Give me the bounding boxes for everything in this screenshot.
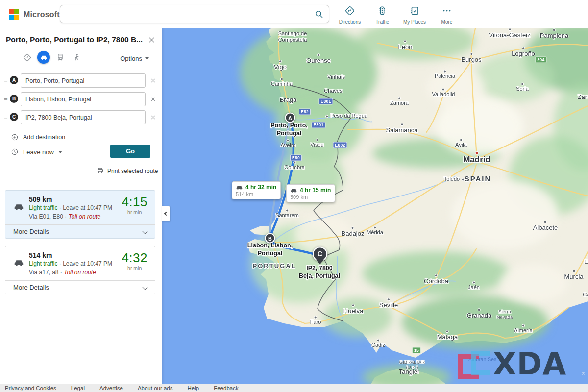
route-marker[interactable]: C xyxy=(313,246,327,261)
map-label: Peso da Régua xyxy=(330,113,368,119)
route-time-bubble[interactable]: 4 hr 32 min 514 km xyxy=(232,181,281,199)
map-label: León xyxy=(398,43,413,51)
remove-waypoint-icon[interactable] xyxy=(150,76,156,85)
traffic-icon xyxy=(377,5,388,18)
map-label: SPAIN xyxy=(465,174,491,183)
waypoint-row-a: ≡ A xyxy=(0,74,162,88)
map-label: Albacete xyxy=(533,224,558,232)
footer-link[interactable]: Feedback xyxy=(214,385,239,391)
search-bar[interactable] xyxy=(60,5,329,23)
map-label: Alboran Sea xyxy=(468,356,497,363)
road-badge: 804 xyxy=(535,57,546,63)
nav-traffic[interactable]: Traffic xyxy=(369,4,395,24)
plus-circle-icon xyxy=(11,133,19,141)
chevron-down-icon xyxy=(142,228,147,234)
map-label: Seville xyxy=(379,301,398,309)
top-header: Microsoft Bing Directions Traffic My Pla… xyxy=(0,0,588,28)
road-badge: E80 xyxy=(290,155,302,161)
map-label: Sierra Nevada xyxy=(497,309,513,320)
bubble-time: 4 hr 15 min xyxy=(300,187,331,194)
waypoint-input-a[interactable] xyxy=(21,74,146,88)
search-input[interactable] xyxy=(60,5,309,23)
waypoint-input-b[interactable] xyxy=(21,92,146,106)
car-icon xyxy=(290,187,297,193)
marker-label: Porto, Porto, Portugal xyxy=(270,122,308,137)
waypoint-badge-c: C xyxy=(10,113,18,121)
remove-waypoint-icon[interactable] xyxy=(150,113,156,122)
remove-waypoint-icon[interactable] xyxy=(150,95,156,104)
nav-label: Directions xyxy=(339,19,361,24)
map-label: Soria xyxy=(516,86,529,92)
go-button[interactable]: Go xyxy=(110,145,150,158)
footer-link[interactable]: Advertise xyxy=(99,385,123,391)
leave-time-dropdown[interactable]: Leave now xyxy=(11,148,62,156)
map-label: Viseu xyxy=(310,142,323,148)
waypoint-input-c[interactable] xyxy=(21,110,146,124)
map-label: Pamplona xyxy=(540,32,569,40)
drag-handle-icon[interactable]: ≡ xyxy=(4,114,8,120)
footer-link[interactable]: Privacy and Cookies xyxy=(5,385,56,391)
map-label: Vinhais xyxy=(327,74,345,80)
mode-driving-icon[interactable] xyxy=(37,51,50,64)
map-label: Murcia xyxy=(564,273,583,281)
waypoint-badge-a: A xyxy=(10,76,18,84)
map-label: Mérida xyxy=(367,229,383,236)
map-label: Córdoba xyxy=(424,277,448,285)
map-label: Logroño xyxy=(512,50,535,58)
road-badge: E802 xyxy=(333,142,347,148)
options-label: Options xyxy=(120,55,142,62)
route-marker[interactable]: B xyxy=(265,233,275,244)
route-time-bubble[interactable]: 4 hr 15 min 509 km xyxy=(286,184,335,202)
footer-link[interactable]: Help xyxy=(188,385,199,391)
more-details-button[interactable]: More Details xyxy=(5,280,155,294)
add-destination-button[interactable]: Add destination xyxy=(11,133,65,141)
route-marker[interactable]: A xyxy=(285,113,295,123)
map-label: Toledo xyxy=(444,176,460,182)
map-label: Coimbra xyxy=(284,164,305,171)
travel-mode-switcher xyxy=(21,51,83,64)
mode-recommended-icon[interactable] xyxy=(21,51,33,64)
route-card-1[interactable]: 509 km Light traffic · Leave at 10:47 PM… xyxy=(5,190,155,239)
nav-my-places[interactable]: My Places xyxy=(402,4,427,24)
nav-directions[interactable]: Directions xyxy=(337,4,363,24)
map-label: Málaga xyxy=(437,333,458,341)
map-label: Ourense xyxy=(306,57,331,65)
drag-handle-icon[interactable]: ≡ xyxy=(4,77,8,83)
map[interactable]: Santiago de Compostela Vigo Caminha Oure… xyxy=(162,28,588,384)
more-details-button[interactable]: More Details xyxy=(5,224,155,238)
chevron-down-icon xyxy=(58,151,62,153)
more-icon xyxy=(441,5,452,18)
map-label: Jaén xyxy=(468,284,480,291)
route-card-2[interactable]: 514 km Light traffic · Leave at 10:47 PM… xyxy=(5,246,155,294)
add-destination-label: Add destination xyxy=(23,134,65,141)
bubble-distance: 509 km xyxy=(290,194,331,200)
panel-title: Porto, Porto, Portugal to IP2, 7800 B... xyxy=(6,35,144,44)
map-label: Vitoria-Gasteiz xyxy=(489,31,530,39)
route-distance: 509 km xyxy=(29,196,52,203)
mode-walking-icon[interactable] xyxy=(71,51,83,64)
panel-collapse-button[interactable] xyxy=(162,206,170,221)
route-card-body: 514 km Light traffic · Leave at 10:47 PM… xyxy=(5,246,155,280)
road-badge: E801 xyxy=(318,98,333,105)
nav-more[interactable]: More xyxy=(434,4,460,24)
map-label: Almería xyxy=(514,327,533,334)
route-via-line: Via E01, E80 · Toll on route xyxy=(29,213,100,220)
options-dropdown[interactable]: Options xyxy=(120,55,149,62)
route-duration: 4:32 hr min xyxy=(122,250,147,271)
print-route-button[interactable]: Print selected route xyxy=(97,167,158,174)
footer-link[interactable]: Legal xyxy=(71,385,85,391)
drag-handle-icon[interactable]: ≡ xyxy=(4,96,8,102)
waypoint-row-b: ≡ B xyxy=(0,92,162,106)
marker-letter: A xyxy=(288,115,292,121)
map-label: Cartagena xyxy=(583,292,588,298)
waypoint-badge-b: B xyxy=(10,95,18,103)
footer-link[interactable]: About our ads xyxy=(138,385,173,391)
close-icon[interactable] xyxy=(146,34,157,45)
mode-transit-icon[interactable] xyxy=(54,51,67,64)
map-label: Burgos xyxy=(461,56,481,64)
map-label: Elche xyxy=(584,259,588,265)
road-badge: 15 xyxy=(412,347,421,354)
search-icon[interactable] xyxy=(309,5,329,23)
chevron-down-icon xyxy=(145,57,149,60)
chevron-down-icon xyxy=(142,284,147,290)
